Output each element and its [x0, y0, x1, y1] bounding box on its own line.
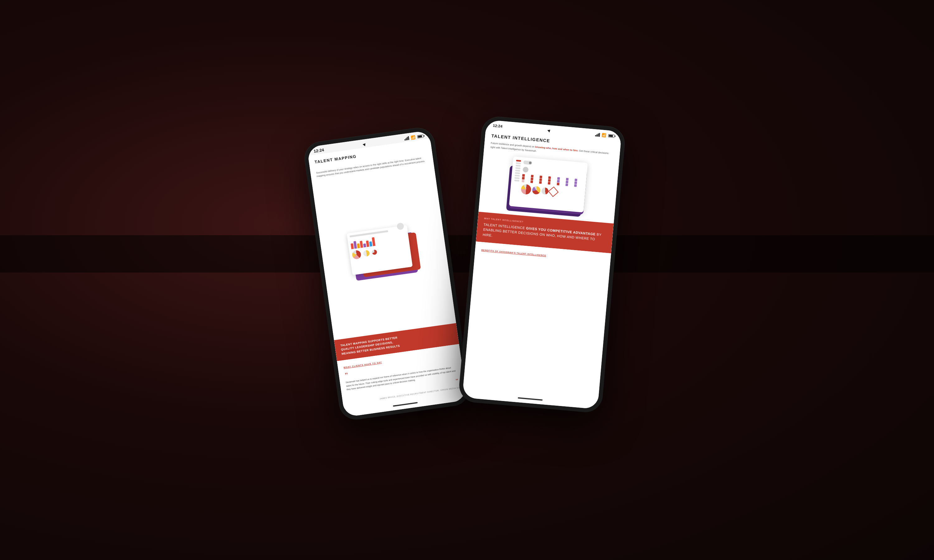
cal-cell [539, 181, 542, 184]
signal-icon-right [595, 132, 600, 137]
cal-cell [557, 183, 559, 185]
cal-cell [539, 175, 543, 178]
cal-cell [574, 184, 577, 187]
sidebar-item-2 [516, 165, 521, 166]
diamond-chart [548, 186, 559, 197]
sidebar-item-4 [515, 169, 520, 171]
cal-cell [557, 177, 560, 180]
cal-cell [557, 180, 560, 183]
cal-cell [539, 178, 543, 181]
phone-left-image-area [311, 165, 456, 340]
status-icons-right: 📶 [595, 132, 615, 138]
phone-left: 12:24 📶 TALENT MAPPING [303, 126, 471, 422]
cal-cell [522, 174, 525, 177]
phone-right: 12:24 📶 TALENT INTELLIGENCE [458, 116, 626, 414]
tab-toggle [523, 160, 532, 165]
sidebar-item-6 [515, 175, 519, 176]
tablet-illustration-container [479, 154, 619, 223]
location-icon-right [547, 128, 551, 132]
sidebar-item-5 [515, 172, 520, 174]
tab-sidebar [512, 160, 521, 203]
pie-chart-2 [532, 186, 541, 194]
cal-cell [531, 175, 533, 177]
pie-chart-3 [541, 187, 549, 195]
cal-cell [566, 180, 569, 183]
sidebar-item-active [516, 160, 521, 162]
phone-right-screen: 12:24 📶 TALENT INTELLIGENCE [462, 120, 622, 409]
cal-cell [566, 183, 568, 186]
sidebar-item-8 [514, 180, 519, 182]
time-left: 12:24 [313, 148, 324, 153]
time-right: 12:24 [493, 123, 503, 129]
sidebar-item-7 [515, 177, 519, 179]
cal-cell [522, 180, 525, 182]
cal-cell [548, 182, 551, 185]
hero-bold: knowing who, how and when to hire. [535, 146, 578, 152]
dashboard-illustration [347, 224, 421, 281]
wifi-icon-right: 📶 [601, 133, 606, 137]
home-bar-left [393, 402, 418, 407]
benefits-link[interactable]: BENEFITS OF SAVANNAH'S TALENT INTELLIGEN… [481, 249, 546, 257]
dash-main [347, 225, 413, 275]
screen-content-left: TALENT MAPPING Successful delivery of yo… [308, 138, 466, 408]
location-icon-left [363, 142, 367, 146]
home-bar-right [518, 397, 543, 401]
sidebar-item-1 [516, 162, 521, 164]
signal-icon-left [404, 136, 409, 140]
mini-donut-chart [351, 250, 361, 260]
dash-avatar-icon [397, 222, 404, 230]
wifi-icon-left: 📶 [411, 135, 416, 140]
pie-chart-1 [521, 184, 532, 195]
screen-content-right: TALENT INTELLIGENCE Future resilience an… [463, 128, 621, 401]
tablet-illustration [506, 156, 592, 217]
cal-cell [530, 180, 533, 183]
phone-left-screen: 12:24 📶 TALENT MAPPING [307, 130, 467, 417]
tab-avatar-icon [523, 166, 529, 173]
cal-cell [522, 177, 525, 180]
tab-main [509, 156, 588, 212]
cal-cell [575, 178, 577, 182]
tab-content [520, 160, 584, 209]
cal-cell [548, 176, 551, 179]
sidebar-item-3 [515, 167, 520, 169]
mini-donut-3 [372, 249, 377, 255]
battery-icon-right [608, 134, 615, 138]
phones-container: 12:24 📶 TALENT MAPPING [321, 125, 613, 411]
cal-cell [566, 178, 569, 180]
cal-cell [531, 177, 533, 180]
red-banner-line3-prefix: MEANING [342, 350, 357, 355]
mini-donut-2 [363, 250, 370, 257]
battery-icon-left [417, 134, 424, 138]
cal-cell [548, 179, 551, 182]
cal-cell [575, 182, 577, 184]
